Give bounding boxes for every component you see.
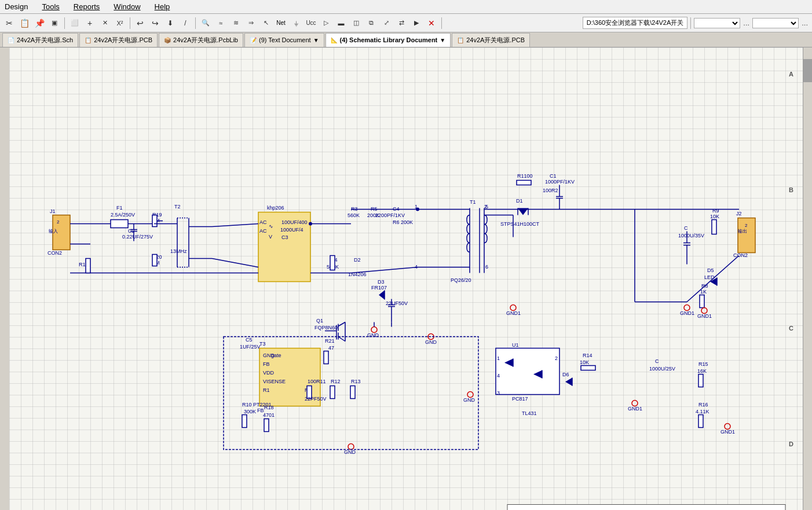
- svg-text:560K: 560K: [348, 212, 360, 218]
- svg-text:4701: 4701: [263, 412, 275, 418]
- menu-window[interactable]: Window: [111, 1, 142, 12]
- svg-rect-89: [517, 181, 531, 185]
- svg-text:∿: ∿: [269, 223, 273, 229]
- tab-pcb2-icon: 📋: [457, 37, 464, 43]
- cross-button[interactable]: ✕: [98, 16, 112, 30]
- svg-text:R5: R5: [371, 206, 378, 212]
- svg-text:GND1: GND1: [697, 313, 712, 319]
- undo2-button[interactable]: ↩: [133, 16, 147, 30]
- svg-text:U1: U1: [512, 342, 519, 348]
- svg-text:1UF/25V: 1UF/25V: [240, 344, 261, 350]
- tab-schlibdoc-icon: 📐: [331, 37, 338, 43]
- flip-button[interactable]: ⇄: [394, 16, 408, 30]
- ground-button[interactable]: ⏚: [289, 16, 303, 30]
- tab-textdoc[interactable]: 📝 (9) Text Document ▼: [244, 33, 324, 47]
- tab-sch-label: 24v2A开关电源.Sch: [17, 36, 73, 45]
- toolbar: ✂ 📋 📌 ▣ ⬜ + ✕ X² ↩ ↪ ⬇ / 🔍 ≈ ≋ ⇒ ↖ Net ⏚…: [0, 14, 812, 32]
- svg-text:Q1: Q1: [316, 318, 323, 324]
- svg-rect-187: [330, 386, 335, 399]
- svg-text:J2: J2: [736, 211, 742, 217]
- menu-help[interactable]: Help: [152, 1, 173, 12]
- tab-schlibdoc-label: (4) Schematic Library Document: [340, 36, 438, 43]
- copy2-button[interactable]: ⧉: [364, 16, 378, 30]
- slash-button[interactable]: /: [178, 16, 192, 30]
- cut-button[interactable]: ✂: [2, 16, 16, 30]
- svg-text:C5: C5: [246, 337, 253, 343]
- svg-text:R16: R16: [698, 402, 708, 408]
- schematic-area[interactable]: .sch-line { stroke: #00008b; stroke-widt…: [9, 47, 803, 510]
- svg-text:R21: R21: [325, 338, 335, 344]
- right-scrollbar[interactable]: [803, 47, 812, 510]
- svg-text:gate: gate: [271, 353, 281, 358]
- scrollbar-thumb-v[interactable]: [803, 59, 812, 82]
- tab-pcb2-label: 24v2A开关电源.PCB: [466, 36, 525, 45]
- redo-button[interactable]: ↪: [148, 16, 162, 30]
- wave2-button[interactable]: ≋: [229, 16, 243, 30]
- paste-button[interactable]: 📌: [32, 16, 46, 30]
- svg-text:GND1: GND1: [506, 310, 521, 316]
- tab-pcblib[interactable]: 📦 24v2A开关电源.PcbLib: [159, 33, 243, 47]
- toolbar-combo2[interactable]: [752, 18, 799, 28]
- tab-sch[interactable]: 📄 24v2A开关电源.Sch: [2, 33, 78, 47]
- svg-text:TL431: TL431: [522, 410, 537, 416]
- wave1-button[interactable]: ≈: [214, 16, 228, 30]
- svg-text:D3: D3: [378, 279, 385, 285]
- ruler-label-c: C: [789, 325, 793, 332]
- toolbar-sep-4: [441, 17, 442, 29]
- svg-text:PQ26/20: PQ26/20: [451, 277, 471, 283]
- tab-schlibdoc-dropdown-icon[interactable]: ▼: [440, 37, 445, 43]
- svg-text:VDD: VDD: [263, 370, 275, 376]
- svg-text:GND1: GND1: [680, 310, 694, 316]
- svg-text:VISENSE: VISENSE: [263, 379, 286, 384]
- shape3-button[interactable]: ◫: [349, 16, 363, 30]
- shape2-button[interactable]: ▬: [334, 16, 348, 30]
- select-button[interactable]: ⬜: [68, 16, 82, 30]
- shape1-button[interactable]: ▷: [319, 16, 333, 30]
- cross2-button[interactable]: ✕: [425, 16, 438, 30]
- svg-text:1000U/35V: 1000U/35V: [678, 233, 704, 239]
- zoom-button[interactable]: 🔍: [199, 16, 213, 30]
- svg-rect-189: [350, 386, 355, 399]
- menu-tools[interactable]: Tools: [39, 1, 61, 12]
- svg-text:R1: R1: [263, 387, 270, 393]
- svg-text:F1: F1: [116, 205, 123, 211]
- copy-button[interactable]: 📋: [17, 16, 31, 30]
- tab-pcb2[interactable]: 📋 24v2A开关电源.PCB: [452, 33, 530, 47]
- tab-schlibdoc[interactable]: 📐 (4) Schematic Library Document ▼: [325, 33, 451, 47]
- svg-text:2: 2: [555, 355, 558, 361]
- svg-text:AC: AC: [259, 219, 267, 225]
- tab-pcb[interactable]: 📋 24v2A开关电源.PCB: [79, 33, 158, 47]
- arrow-right-button[interactable]: ⇒: [244, 16, 258, 30]
- tab-textdoc-icon: 📝: [250, 37, 257, 43]
- svg-text:3: 3: [497, 390, 500, 396]
- svg-text:GND: GND: [463, 397, 476, 403]
- svg-text:16K: 16K: [697, 368, 707, 374]
- right-arrow-button[interactable]: ▶: [409, 16, 423, 30]
- svg-text:22PF50V: 22PF50V: [305, 396, 327, 402]
- arrow-back-button[interactable]: ↖: [259, 16, 273, 30]
- svg-text:GND1: GND1: [628, 406, 642, 412]
- svg-rect-20: [152, 215, 157, 227]
- toolbar-combo1[interactable]: [694, 18, 740, 28]
- superscript-button[interactable]: X²: [113, 16, 127, 30]
- toolbar-more2-button[interactable]: ...: [800, 19, 810, 27]
- toolbar-more-button[interactable]: ...: [741, 19, 751, 27]
- undo-button[interactable]: ▣: [47, 16, 61, 30]
- svg-text:C: C: [684, 225, 688, 231]
- move-button[interactable]: ⤢: [379, 16, 393, 30]
- svg-rect-104: [712, 220, 716, 234]
- svg-text:4.11K: 4.11K: [696, 409, 709, 414]
- svg-text:R1100: R1100: [517, 173, 533, 179]
- plus-button[interactable]: +: [83, 16, 97, 30]
- vcc-button[interactable]: Ucc: [304, 16, 318, 30]
- svg-text:R9: R9: [712, 208, 719, 214]
- menu-reports[interactable]: Reports: [71, 1, 103, 12]
- svg-text:V: V: [269, 234, 272, 240]
- svg-rect-162: [698, 415, 703, 428]
- net-button[interactable]: Net: [274, 16, 288, 30]
- menu-design[interactable]: Design: [2, 1, 30, 12]
- svg-text:C3: C3: [281, 234, 288, 240]
- down-arrow-button[interactable]: ⬇: [163, 16, 177, 30]
- svg-text:PC817: PC817: [512, 396, 528, 402]
- tab-textdoc-dropdown-icon[interactable]: ▼: [313, 37, 319, 43]
